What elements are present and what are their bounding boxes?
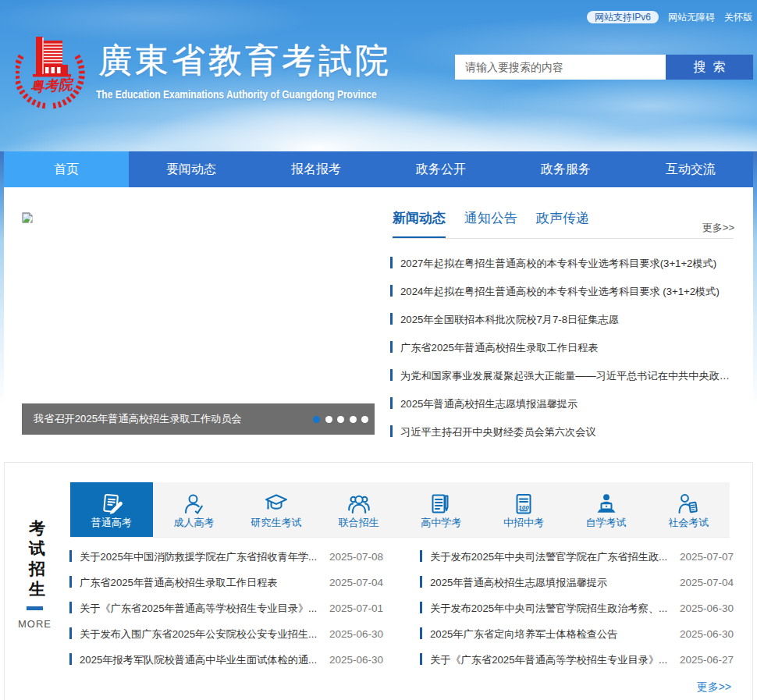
svg-text:粤考院: 粤考院 bbox=[30, 76, 75, 95]
svg-text:100: 100 bbox=[518, 504, 529, 511]
